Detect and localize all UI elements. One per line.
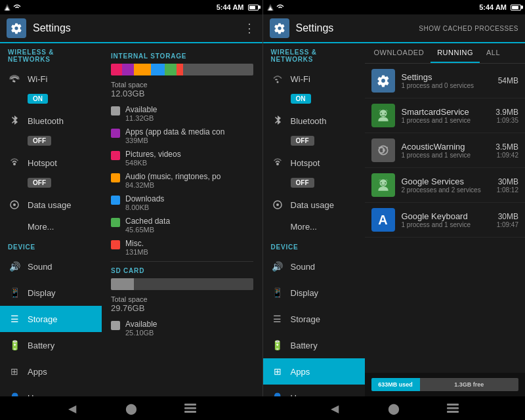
sidebar-item-wifi-right[interactable]: Wi-Fi <box>263 66 365 92</box>
sidebar-item-sound-left[interactable]: 🔊 Sound <box>0 253 102 280</box>
display-label-right: Display <box>291 288 319 298</box>
sidebar-item-data-left[interactable]: Data usage <box>0 192 102 218</box>
app-item-acoustic[interactable]: AcousticWarning 1 process and 1 service … <box>365 133 526 168</box>
signal-icon <box>4 4 10 10</box>
right-title: Settings <box>296 22 419 34</box>
app-size-acoustic: 3.5MB <box>495 142 518 152</box>
sound-icon-left: 🔊 <box>8 260 21 273</box>
ram-free-label: 1.3GB free <box>454 381 484 388</box>
cached-name: Cached data <box>125 217 253 226</box>
home-btn-left[interactable]: ⬤ <box>121 398 141 418</box>
bar-downloads <box>151 64 165 75</box>
sidebar-item-display-left[interactable]: 📱 Display <box>0 280 102 306</box>
storage-available-item: Available 11.32GB <box>111 105 253 122</box>
back-btn-left[interactable]: ◀ <box>62 398 82 418</box>
svg-point-21 <box>381 182 382 184</box>
sidebar-item-wifi-left[interactable]: Wi-Fi <box>0 66 102 92</box>
hotspot-label-left: Hotspot <box>28 158 57 168</box>
bar-misc <box>177 64 184 75</box>
app-item-smartcard[interactable]: SmartcardService 1 process and 1 service… <box>365 98 526 133</box>
status-right-right: 5:44 AM <box>479 3 521 11</box>
sidebar-item-bluetooth-right[interactable]: Bluetooth <box>263 108 365 134</box>
battery-icon-left <box>248 5 259 10</box>
app-icon-google <box>371 173 395 197</box>
color-dot-pictures <box>111 151 120 160</box>
sidebar-item-battery-left[interactable]: 🔋 Battery <box>0 332 102 358</box>
app-size-smartcard: 3.9MB <box>495 108 518 117</box>
storage-icon-left: ☰ <box>8 312 21 326</box>
bluetooth-label-left: Bluetooth <box>28 116 64 126</box>
available-size: 11.32GB <box>125 114 253 122</box>
app-name-smartcard: SmartcardService <box>402 107 496 117</box>
display-label-left: Display <box>28 288 56 298</box>
sd-available-size: 25.10GB <box>125 329 253 337</box>
back-btn-right[interactable]: ◀ <box>325 398 345 418</box>
color-dot-sd-available <box>111 321 120 330</box>
app-item-keyboard[interactable]: A Google Keyboard 1 process and 1 servic… <box>365 203 526 238</box>
settings-icon-right <box>270 18 289 38</box>
more-link-right[interactable]: More... <box>263 218 365 238</box>
right-title-bar: Settings SHOW CACHED PROCESSES <box>263 14 526 43</box>
wifi-icon-sidebar-left <box>8 72 21 85</box>
sidebar-item-battery-right[interactable]: 🔋 Battery <box>263 332 365 358</box>
app-info-keyboard: Google Keyboard 1 process and 1 service <box>402 211 497 228</box>
sidebar-item-storage-right[interactable]: ☰ Storage <box>263 306 365 332</box>
total-space-label: Total space <box>111 81 253 89</box>
data-icon-right <box>271 198 284 211</box>
wifi-icon <box>13 4 21 10</box>
section-device-left: DEVICE <box>0 238 102 253</box>
users-label-right: Users <box>291 393 313 397</box>
apps-icon-right: ⊞ <box>271 365 284 378</box>
app-info-google: Google Services 2 processes and 2 servic… <box>402 177 497 194</box>
left-sidebar: WIRELESS & NETWORKS Wi-Fi ON <box>0 43 102 396</box>
more-link-left[interactable]: More... <box>0 218 102 238</box>
svg-rect-28 <box>447 411 459 413</box>
battery-icon-sidebar-right: 🔋 <box>271 339 284 352</box>
color-dot-downloads <box>111 196 120 205</box>
recents-btn-left[interactable] <box>180 398 200 418</box>
svg-point-6 <box>14 81 16 83</box>
sidebar-item-apps-left[interactable]: ⊞ Apps <box>0 358 102 385</box>
total-space-value: 12.03GB <box>111 89 253 98</box>
users-label-left: Users <box>28 393 50 397</box>
tab-downloaded[interactable]: OWNLOADED <box>368 43 431 63</box>
sidebar-item-data-right[interactable]: Data usage <box>263 192 365 218</box>
left-title-bar: Settings ⋮ <box>0 14 262 43</box>
svg-rect-23 <box>184 404 196 406</box>
app-size-keyboard: 30MB <box>497 212 518 221</box>
bluetooth-icon-left <box>8 114 21 127</box>
app-right-acoustic: 3.5MB 1:09:42 <box>495 142 518 159</box>
sidebar-item-users-right[interactable]: 👤 Users <box>263 385 365 396</box>
overflow-menu-left[interactable]: ⋮ <box>243 21 256 35</box>
sd-used-bar <box>111 278 134 290</box>
home-btn-right[interactable]: ⬤ <box>384 398 404 418</box>
right-panel: Settings SHOW CACHED PROCESSES WIRELESS … <box>262 14 526 396</box>
cached-size: 45.65MB <box>125 226 253 234</box>
battery-icon-right <box>511 5 521 10</box>
sidebar-item-apps-right[interactable]: ⊞ Apps <box>263 358 365 385</box>
ram-free: 1.3GB free <box>420 378 518 391</box>
tab-running[interactable]: RUNNING <box>430 43 480 63</box>
sidebar-item-bluetooth-left[interactable]: Bluetooth <box>0 108 102 134</box>
section-device-right: DEVICE <box>263 238 365 253</box>
tab-all[interactable]: ALL <box>480 43 507 63</box>
misc-size: 131MB <box>125 248 253 256</box>
sidebar-item-users-left[interactable]: 👤 Users <box>0 385 102 396</box>
nav-bar-right: ◀ ⬤ <box>262 396 525 420</box>
sidebar-item-hotspot-right[interactable]: Hotspot <box>263 150 365 176</box>
sidebar-item-sound-right[interactable]: 🔊 Sound <box>263 253 365 280</box>
app-icon-acoustic <box>371 138 395 162</box>
recents-btn-right[interactable] <box>443 398 463 418</box>
right-sidebar: WIRELESS & NETWORKS Wi-Fi ON <box>263 43 365 396</box>
app-item-settings[interactable]: Settings 1 process and 0 services 54MB <box>365 64 526 98</box>
svg-line-18 <box>379 147 380 148</box>
show-cached-btn[interactable]: SHOW CACHED PROCESSES <box>419 25 518 32</box>
sidebar-item-display-right[interactable]: 📱 Display <box>263 280 365 306</box>
sidebar-item-hotspot-left[interactable]: Hotspot <box>0 150 102 176</box>
color-dot-audio <box>111 173 120 182</box>
sidebar-item-storage-left[interactable]: ☰ Storage <box>0 306 102 332</box>
app-item-google[interactable]: Google Services 2 processes and 2 servic… <box>365 168 526 203</box>
apps-label-left: Apps <box>28 367 47 377</box>
bar-pictures <box>122 64 133 75</box>
app-info-settings: Settings 1 process and 0 services <box>402 72 498 89</box>
